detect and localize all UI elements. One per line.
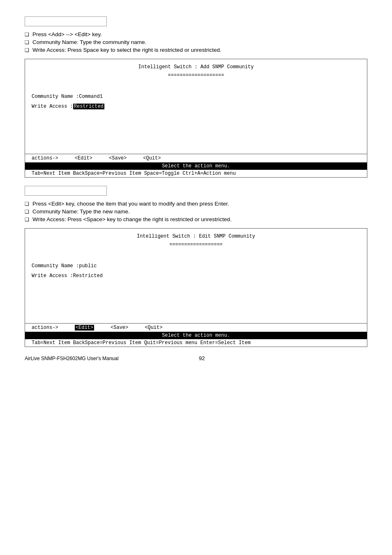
section2-box [25,186,107,196]
bullet-item: Community Name: Type the new name. [25,208,367,215]
terminal-2: Intelligent Switch : Edit SNMP Community… [25,228,367,347]
terminal1-action3: <Quit> [143,155,161,161]
terminal2-divider: ================== [32,241,360,248]
bullet-item: Press <Edit> key, choose the item that y… [25,201,367,207]
terminal1-actions: actions-> <Edit> <Save> <Quit> [25,154,367,162]
page-number: 92 [118,355,285,361]
terminal1-hint: Tab=Next Item BackSpace=Previous Item Sp… [25,170,367,177]
terminal1-field2: Write Access :Restricted [32,103,360,110]
terminal2-action3: <Quit> [145,325,162,331]
terminal1-divider: =================== [32,72,360,79]
bullet-item: Community Name: Type the community name. [25,39,367,45]
bullet-item: Press <Add> --> <Edit> key. [25,31,367,37]
section1-box [25,16,107,26]
terminal1-action2: <Save> [109,155,127,161]
terminal1-status: Select the action menu. [25,162,367,170]
terminal1-action1: <Edit> [75,155,92,161]
terminal1-title: Intelligent Switch : Add SNMP Community [32,63,360,71]
bullet-item: Write Access: Press Space key to select … [25,47,367,53]
bullet-item: Write Access: Press <Space> key to chang… [25,216,367,222]
terminal2-actions: actions-> <Edit> <Save> <Quit> [25,323,367,332]
terminal-1: Intelligent Switch : Add SNMP Community … [25,59,367,178]
section2-bullets: Press <Edit> key, choose the item that y… [25,201,367,222]
terminal2-field2: Write Access :Restricted [32,272,360,280]
terminal1-actions-label: actions-> [32,155,58,161]
terminal2-actions-label: actions-> [32,325,58,331]
terminal2-hint: Tab=Next Item BackSpace=Previous Item Qu… [25,339,367,347]
footer-text: AirLive SNMP-FSH2602MG User's Manual [25,356,118,361]
terminal2-action1: <Edit> [75,325,94,331]
terminal2-action2: <Save> [111,325,128,331]
section1-bullets: Press <Add> --> <Edit> key. Community Na… [25,31,367,53]
terminal1-field1: Community Name :Command1 [32,93,360,100]
terminal2-field1: Community Name :public [32,262,360,270]
terminal2-title: Intelligent Switch : Edit SNMP Community [32,233,360,240]
terminal1-field2-value: Restricted [73,104,104,109]
terminal2-status: Select the action menu. [25,332,367,339]
